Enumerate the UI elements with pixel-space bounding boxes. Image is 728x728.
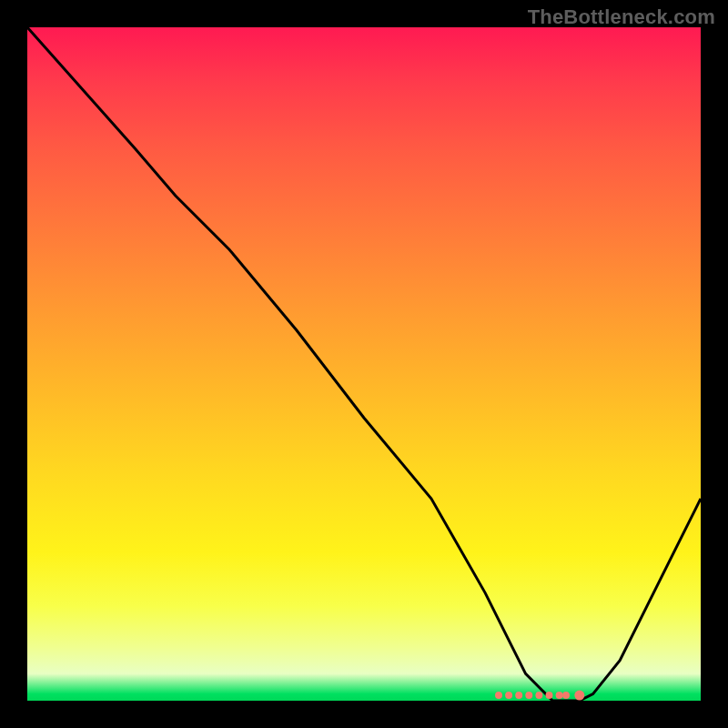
optimal-range-markers <box>495 691 584 701</box>
curve-layer <box>27 27 701 701</box>
marker-dot <box>546 692 553 699</box>
marker-dot <box>556 692 563 699</box>
marker-dot <box>515 692 522 699</box>
plot-area <box>27 27 701 701</box>
marker-dot <box>495 692 502 699</box>
marker-dot <box>574 691 584 701</box>
marker-dot <box>505 692 512 699</box>
marker-dot <box>562 692 570 699</box>
chart-container: TheBottleneck.com <box>0 0 728 728</box>
marker-dot <box>535 692 542 699</box>
attribution-text: TheBottleneck.com <box>528 5 715 29</box>
marker-dot <box>525 692 532 699</box>
bottleneck-curve-path <box>27 27 701 701</box>
